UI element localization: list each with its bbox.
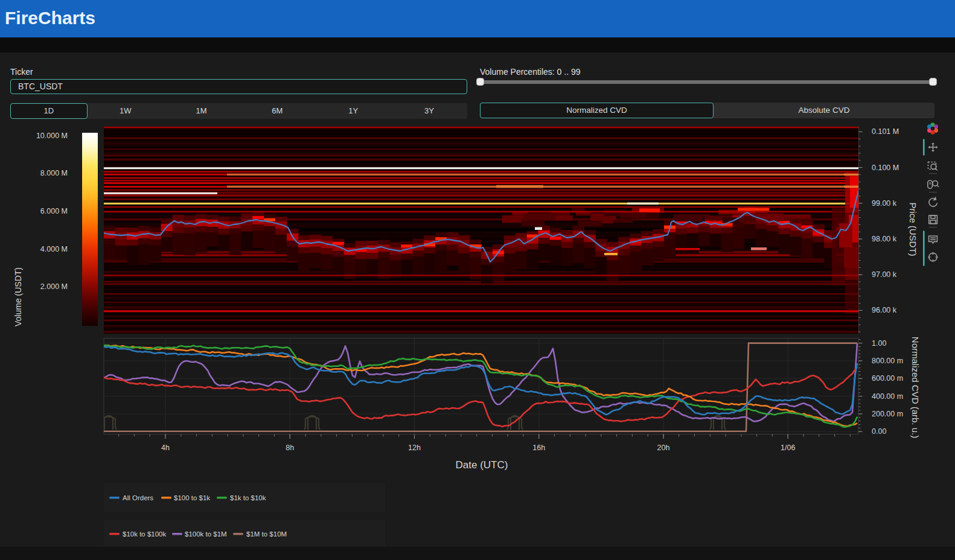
svg-text:20h: 20h <box>657 444 670 452</box>
svg-text:2.000 M: 2.000 M <box>40 282 68 291</box>
svg-text:200.00 m: 200.00 m <box>872 410 903 418</box>
svg-text:98.00 k: 98.00 k <box>872 235 897 243</box>
svg-text:16h: 16h <box>532 444 545 452</box>
svg-text:4.000 M: 4.000 M <box>40 245 68 253</box>
svg-text:0.00: 0.00 <box>872 427 886 436</box>
svg-text:All Orders: All Orders <box>123 494 153 501</box>
svg-text:1/06: 1/06 <box>781 444 795 452</box>
svg-text:8.000 M: 8.000 M <box>40 169 68 177</box>
svg-text:0.101 M: 0.101 M <box>872 127 899 136</box>
svg-text:400.00 m: 400.00 m <box>872 392 903 401</box>
svg-text:Volume (USDT): Volume (USDT) <box>13 267 23 326</box>
svg-text:600.00 m: 600.00 m <box>872 374 903 383</box>
svg-text:$1k to $10k: $1k to $10k <box>230 494 266 501</box>
svg-text:96.00 k: 96.00 k <box>872 306 897 314</box>
svg-text:1.00: 1.00 <box>872 339 886 348</box>
svg-text:$10k to $100k: $10k to $100k <box>123 530 167 538</box>
svg-text:$100 to $1k: $100 to $1k <box>174 494 210 501</box>
svg-text:Date (UTC): Date (UTC) <box>456 459 508 471</box>
svg-text:8h: 8h <box>286 444 294 452</box>
svg-text:4h: 4h <box>161 444 170 452</box>
svg-text:$100k to $1M: $100k to $1M <box>185 530 227 538</box>
svg-text:6.000 M: 6.000 M <box>40 207 68 215</box>
svg-text:Price (USDT): Price (USDT) <box>908 202 918 256</box>
svg-text:Normalized CVD (arb. u.): Normalized CVD (arb. u.) <box>910 337 921 438</box>
svg-text:0.100 M: 0.100 M <box>872 164 899 172</box>
svg-text:97.00 k: 97.00 k <box>872 270 897 279</box>
svg-text:800.00 m: 800.00 m <box>872 357 903 365</box>
svg-text:10.000 M: 10.000 M <box>36 132 68 140</box>
svg-text:12h: 12h <box>408 444 421 452</box>
svg-text:$1M to $10M: $1M to $10M <box>246 530 287 538</box>
svg-text:99.00 k: 99.00 k <box>872 199 897 208</box>
